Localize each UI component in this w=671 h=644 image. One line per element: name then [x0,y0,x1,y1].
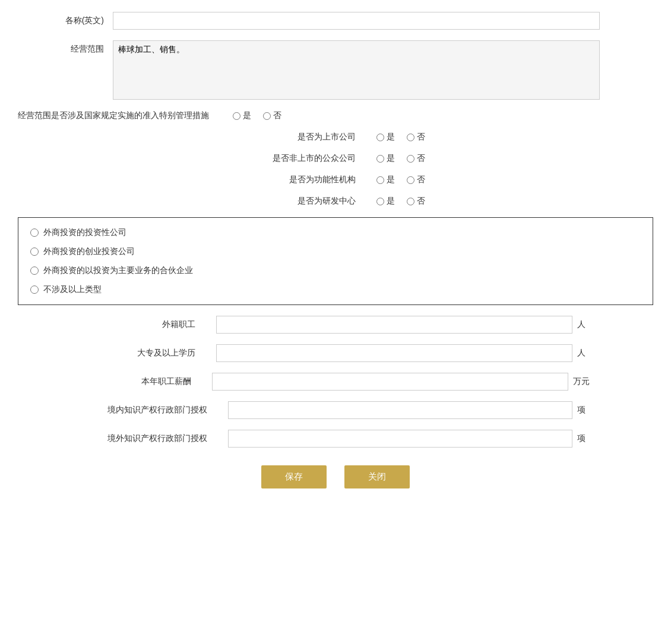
functional-no-radio[interactable] [407,176,414,184]
special-management-no-radio[interactable] [263,112,271,120]
college-education-input[interactable] [216,344,572,362]
rd-yes-text: 是 [387,196,395,207]
functional-yes-label[interactable]: 是 [376,175,395,185]
listed-no-text: 否 [417,132,425,142]
domestic-ip-row: 境内知识产权行政部门授权 项 [18,401,653,419]
listed-company-radio-group: 是 否 [376,132,425,142]
business-scope-label: 经营范围 [18,40,113,55]
partnership-investment-option[interactable]: 外商投资的以投资为主要业务的合伙企业 [30,265,641,276]
college-education-label: 大专及以上学历 [86,348,204,359]
foreign-employees-unit: 人 [577,319,585,330]
listed-yes-text: 是 [387,132,395,142]
functional-yes-radio[interactable] [376,176,384,184]
non-listed-yes-text: 是 [387,153,395,164]
venture-investment-option[interactable]: 外商投资的创业投资公司 [30,246,641,257]
name-en-label: 各称(英文) [18,15,113,26]
rd-no-radio[interactable] [407,198,414,205]
partnership-investment-radio[interactable] [30,267,39,275]
non-listed-radio-group: 是 否 [376,153,425,164]
business-scope-row: 经营范围 棒球加工、销售。 [18,40,653,100]
domestic-ip-label: 境内知识产权行政部门授权 [86,405,216,415]
special-management-yes-text: 是 [243,110,251,121]
annual-salary-row: 本年职工薪酬 万元 [18,373,653,391]
rd-center-radio-group: 是 否 [376,196,425,207]
investment-company-option[interactable]: 外商投资的投资性公司 [30,227,641,238]
rd-center-label: 是否为研发中心 [246,196,365,207]
foreign-employees-input[interactable] [216,316,572,334]
listed-yes-label[interactable]: 是 [376,132,395,142]
non-listed-public-label: 是否非上市的公众公司 [246,153,365,164]
domestic-ip-unit: 项 [577,405,585,415]
listed-yes-radio[interactable] [376,134,384,141]
domestic-ip-input[interactable] [228,401,572,419]
foreign-employees-label: 外籍职工 [86,319,204,330]
not-applicable-radio[interactable] [30,285,39,294]
venture-investment-label: 外商投资的创业投资公司 [43,246,135,257]
partnership-investment-label: 外商投资的以投资为主要业务的合伙企业 [43,265,193,276]
rd-no-text: 否 [417,196,425,207]
special-management-yes-radio[interactable] [233,112,240,120]
overseas-ip-unit: 项 [577,433,585,444]
annual-salary-label: 本年职工薪酬 [81,376,200,387]
rd-yes-label[interactable]: 是 [376,196,395,207]
non-listed-yes-radio[interactable] [376,155,384,163]
not-applicable-label: 不涉及以上类型 [43,284,102,295]
special-management-no-text: 否 [273,110,281,121]
non-listed-yes-label[interactable]: 是 [376,153,395,164]
rd-no-label[interactable]: 否 [407,196,425,207]
rd-yes-radio[interactable] [376,198,384,205]
functional-org-radio-group: 是 否 [376,175,425,185]
rd-center-row: 是否为研发中心 是 否 [18,196,653,207]
form-container: 各称(英文) 经营范围 棒球加工、销售。 经营范围是否涉及国家规定实施的准入特别… [18,12,653,500]
special-management-row: 经营范围是否涉及国家规定实施的准入特别管理措施 是 否 [18,110,653,121]
listed-no-label[interactable]: 否 [407,132,425,142]
overseas-ip-label: 境外知识产权行政部门授权 [86,433,216,444]
non-listed-no-text: 否 [417,153,425,164]
functional-org-row: 是否为功能性机构 是 否 [18,175,653,185]
investment-company-label: 外商投资的投资性公司 [43,227,126,238]
listed-no-radio[interactable] [407,134,414,141]
close-button[interactable]: 关闭 [344,465,410,488]
functional-org-label: 是否为功能性机构 [246,175,365,185]
special-management-label: 经营范围是否涉及国家规定实施的准入特别管理措施 [18,110,209,121]
functional-yes-text: 是 [387,175,395,185]
overseas-ip-row: 境外知识产权行政部门授权 项 [18,430,653,448]
not-applicable-option[interactable]: 不涉及以上类型 [30,284,641,295]
name-en-row: 各称(英文) [18,12,653,30]
annual-salary-input[interactable] [212,373,568,391]
functional-no-text: 否 [417,175,425,185]
business-scope-textarea[interactable]: 棒球加工、销售。 [113,40,600,100]
listed-company-row: 是否为上市公司 是 否 [18,132,653,142]
college-education-unit: 人 [577,348,585,359]
overseas-ip-input[interactable] [228,430,572,448]
special-management-no-label[interactable]: 否 [263,110,281,121]
investment-company-radio[interactable] [30,229,39,237]
special-management-radio-group: 是 否 [233,110,281,121]
college-education-row: 大专及以上学历 人 [18,344,653,362]
functional-no-label[interactable]: 否 [407,175,425,185]
annual-salary-unit: 万元 [573,376,590,387]
foreign-employees-row: 外籍职工 人 [18,316,653,334]
name-en-input[interactable] [113,12,600,30]
venture-investment-radio[interactable] [30,248,39,256]
non-listed-public-row: 是否非上市的公众公司 是 否 [18,153,653,164]
button-row: 保存 关闭 [18,465,653,500]
special-management-yes-label[interactable]: 是 [233,110,251,121]
non-listed-no-radio[interactable] [407,155,414,163]
non-listed-no-label[interactable]: 否 [407,153,425,164]
investment-type-box: 外商投资的投资性公司 外商投资的创业投资公司 外商投资的以投资为主要业务的合伙企… [18,217,653,305]
save-button[interactable]: 保存 [261,465,327,488]
listed-company-label: 是否为上市公司 [246,132,365,142]
